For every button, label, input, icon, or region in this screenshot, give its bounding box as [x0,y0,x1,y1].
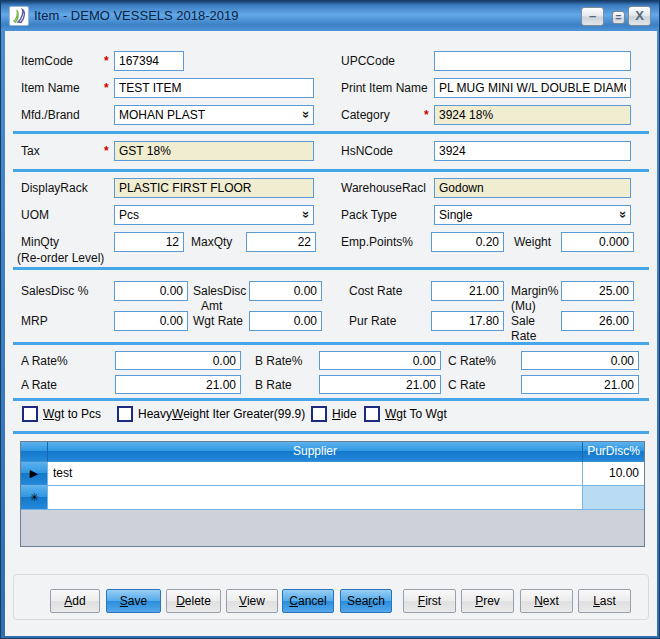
last-button[interactable]: Last [578,589,631,613]
print-item-name-input[interactable] [434,78,631,98]
sale-rate-input[interactable] [561,311,634,331]
new-row-selector-cell[interactable]: ✳ [21,486,48,510]
item-name-input[interactable] [114,78,314,98]
required-icon: * [104,54,109,68]
warehouse-rack-input[interactable] [434,178,631,198]
tax-input[interactable] [114,141,314,161]
required-icon: * [104,81,109,95]
b-rate-label: B Rate [255,378,292,392]
checkbox-label: Hide [332,407,357,421]
checkbox-wgt-to-wgt[interactable]: Wgt To Wgt [364,406,447,422]
checkbox-icon[interactable] [364,406,380,422]
current-row-icon: ▶ [30,467,38,479]
mrp-input[interactable] [114,311,188,331]
checkbox-label: HeavyWeight Iter Greater(99.9) [138,407,305,421]
supplier-grid: Supplier PurDisc% ▶ test 10.00 ✳ [20,441,645,547]
pack-type-value: Single [439,208,472,222]
mrp-label: MRP [21,314,48,328]
hsn-code-input[interactable] [434,141,631,161]
cancel-button[interactable]: Cancel [282,589,334,613]
category-input[interactable] [434,105,631,125]
b-rate-pct-label: B Rate% [255,354,302,368]
min-qty-label: MinQty [21,235,59,249]
item-window: Item - DEMO VESSELS 2018-2019 – = X Item… [0,0,660,639]
supplier-cell[interactable]: test [48,462,583,486]
grid-corner-cell[interactable] [21,442,48,462]
sales-disc-pct-input[interactable] [114,281,188,301]
minimize-icon[interactable]: – [581,7,604,26]
section-divider [13,131,649,134]
checkbox-icon[interactable] [117,406,133,422]
warehouse-rack-label: WarehouseRacl [341,181,426,195]
upc-code-input[interactable] [434,51,631,71]
min-qty-input[interactable] [114,232,184,252]
sales-disc-amt-input[interactable] [249,281,322,301]
b-rate-pct-input[interactable] [319,351,441,370]
pack-type-select[interactable]: Single » [434,205,631,225]
grid-header-supplier[interactable]: Supplier [48,442,583,462]
search-button[interactable]: Search [340,589,392,613]
section-divider [13,398,649,401]
next-button[interactable]: Next [520,589,573,613]
uom-label: UOM [21,208,49,222]
checkbox-icon[interactable] [311,406,327,422]
checkbox-label: Wgt To Wgt [385,407,447,421]
category-label: Category [341,108,390,122]
view-button[interactable]: View [226,589,278,613]
chevron-down-icon: » [299,211,314,218]
a-rate-pct-label: A Rate% [21,354,68,368]
title-bar[interactable]: Item - DEMO VESSELS 2018-2019 – = X [1,1,660,31]
uom-select[interactable]: Pcs » [114,205,314,225]
new-purdisc-cell[interactable] [583,486,644,510]
a-rate-input[interactable] [115,375,241,394]
display-rack-input[interactable] [114,178,314,198]
weight-input[interactable] [561,232,634,252]
wgt-rate-label: Wgt Rate [193,314,243,328]
purdisc-cell[interactable]: 10.00 [583,462,644,486]
section-divider [13,169,649,172]
maximize-icon[interactable]: = [612,11,625,24]
weight-label: Weight [514,235,551,249]
checkbox-icon[interactable] [22,406,38,422]
app-icon [9,6,29,26]
item-code-input[interactable] [114,51,184,71]
c-rate-input[interactable] [521,375,639,394]
row-selector-cell[interactable]: ▶ [21,462,48,486]
grid-header-purdisc[interactable]: PurDisc% [583,442,644,462]
uom-value: Pcs [119,208,139,222]
first-button[interactable]: First [403,589,456,613]
prev-button[interactable]: Prev [461,589,514,613]
new-supplier-cell[interactable] [48,486,583,510]
a-rate-label: A Rate [21,378,57,392]
mfd-brand-select[interactable]: MOHAN PLAST » [114,105,314,125]
emp-points-input[interactable] [431,232,504,252]
checkbox-heavyweight[interactable]: HeavyWeight Iter Greater(99.9) [117,406,305,422]
c-rate-pct-label: C Rate% [448,354,496,368]
b-rate-input[interactable] [319,375,441,394]
max-qty-input[interactable] [246,232,316,252]
margin-pct-label: Margin%(Mu) [511,284,558,314]
required-icon: * [424,108,429,122]
mfd-brand-label: Mfd./Brand [21,108,80,122]
section-divider [13,431,649,434]
cost-rate-input[interactable] [431,281,504,301]
delete-button[interactable]: Delete [166,589,221,613]
wgt-rate-input[interactable] [249,311,322,331]
pur-rate-label: Pur Rate [349,314,396,328]
chevron-down-icon: » [299,111,314,118]
a-rate-pct-input[interactable] [115,351,241,370]
pack-type-label: Pack Type [341,208,397,222]
item-code-label: ItemCode [21,54,73,68]
margin-pct-input[interactable] [561,281,634,301]
close-icon[interactable]: X [628,6,651,26]
pur-rate-input[interactable] [431,311,504,331]
new-row-icon: ✳ [29,491,38,503]
max-qty-label: MaxQty [191,235,232,249]
section-divider [13,267,649,270]
checkbox-hide[interactable]: Hide [311,406,357,422]
c-rate-pct-input[interactable] [521,351,639,370]
save-button[interactable]: Save [106,589,161,613]
checkbox-wgt-to-pcs[interactable]: Wgt to Pcs [22,406,101,422]
add-button[interactable]: Add [50,589,100,613]
chevron-down-icon: » [616,211,631,218]
